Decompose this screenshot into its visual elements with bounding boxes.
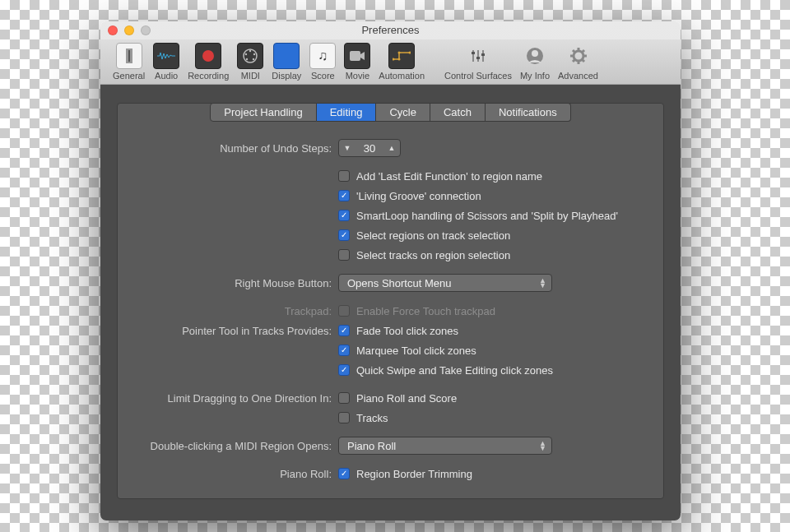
rmb-label: Right Mouse Button:: [139, 277, 338, 289]
limitdrag-label: Limit Dragging to One Direction In:: [139, 392, 338, 405]
automation-icon: [388, 43, 415, 69]
tab-project-handling[interactable]: Project Handling: [210, 103, 316, 122]
label-living-groove: 'Living Groove' connection: [356, 190, 481, 202]
tool-automation[interactable]: Automation: [374, 43, 429, 81]
select-arrows-icon: ▲▼: [539, 278, 546, 288]
label-marquee-tool: Marquee Tool click zones: [356, 345, 476, 357]
label-border-trimming: Region Border Trimming: [356, 468, 472, 480]
tool-movie[interactable]: Movie: [340, 43, 374, 81]
dblclick-select[interactable]: Piano Roll ▲▼: [338, 437, 552, 455]
svg-rect-9: [350, 51, 360, 61]
toolbar-group-main: General Audio Recording MIDI: [109, 43, 429, 81]
label-select-tracks: Select tracks on region selection: [356, 249, 510, 261]
svg-point-21: [532, 50, 538, 57]
svg-line-30: [582, 50, 584, 53]
midi-icon: [237, 43, 263, 69]
svg-point-11: [398, 58, 401, 61]
svg-line-29: [573, 59, 575, 62]
check-quick-swipe[interactable]: [338, 364, 350, 376]
check-living-groove[interactable]: [338, 190, 350, 201]
close-icon[interactable]: [108, 25, 118, 35]
trackpad-label: Trackpad:: [139, 305, 338, 317]
label-tracks: Tracks: [356, 412, 388, 424]
control-surfaces-icon: [465, 43, 491, 69]
score-icon: ♫: [309, 43, 336, 69]
tool-recording[interactable]: Recording: [184, 43, 233, 81]
rmb-select[interactable]: Opens Shortcut Menu ▲▼: [338, 274, 552, 292]
label-force-touch: Enable Force Touch trackpad: [356, 305, 495, 317]
check-smartloop[interactable]: [338, 210, 350, 221]
window-controls: [108, 25, 151, 35]
svg-rect-15: [477, 50, 479, 62]
svg-point-2: [202, 50, 214, 62]
advanced-icon: [565, 43, 592, 69]
audio-icon: [153, 43, 179, 69]
tool-advanced[interactable]: Advanced: [554, 43, 602, 81]
check-add-last-edit[interactable]: [338, 170, 350, 182]
toolbar: General Audio Recording MIDI: [100, 39, 681, 85]
check-select-regions[interactable]: [338, 229, 350, 241]
svg-point-6: [253, 53, 255, 55]
tool-score[interactable]: ♫ Score: [305, 43, 340, 81]
tab-catch[interactable]: Catch: [430, 103, 486, 122]
svg-point-5: [245, 53, 247, 55]
label-select-regions: Select regions on track selection: [356, 229, 510, 242]
svg-rect-18: [476, 57, 480, 59]
rmb-value: Opens Shortcut Menu: [347, 277, 451, 289]
svg-rect-17: [472, 52, 475, 54]
tab-editing[interactable]: Editing: [317, 103, 377, 122]
dblclick-value: Piano Roll: [347, 440, 396, 452]
content-area: Project Handling Editing Cycle Catch Not…: [100, 85, 681, 520]
label-add-last-edit: Add 'Last Edit Function' to region name: [356, 170, 542, 183]
window-title: Preferences: [361, 24, 419, 36]
editing-form: Number of Undo Steps: ▼ 30 ▲ Add 'Last E…: [118, 122, 663, 483]
pianoroll-label: Piano Roll:: [139, 468, 338, 480]
my-info-icon: [522, 43, 548, 69]
preferences-window: Preferences General Audio Recording: [100, 21, 681, 520]
movie-icon: [344, 43, 370, 69]
svg-rect-1: [128, 50, 130, 62]
svg-point-10: [393, 58, 395, 61]
svg-point-4: [249, 50, 251, 52]
check-border-trimming[interactable]: [338, 468, 350, 479]
tool-midi[interactable]: MIDI: [233, 43, 267, 81]
undo-steps-label: Number of Undo Steps:: [139, 142, 338, 155]
svg-line-27: [573, 50, 575, 53]
check-tracks[interactable]: [338, 412, 350, 423]
display-icon: [273, 43, 300, 69]
check-force-touch: [338, 305, 350, 317]
select-arrows-icon: ▲▼: [539, 441, 546, 451]
svg-line-28: [582, 59, 584, 62]
stepper-up-icon[interactable]: ▲: [383, 144, 400, 152]
titlebar: Preferences: [100, 21, 681, 39]
svg-point-8: [253, 58, 254, 60]
toolbar-group-right: Control Surfaces My Info Advanced: [440, 43, 602, 81]
recording-icon: [195, 43, 221, 69]
tab-cycle[interactable]: Cycle: [376, 103, 430, 122]
tool-my-info[interactable]: My Info: [516, 43, 554, 81]
tab-notifications[interactable]: Notifications: [486, 103, 571, 122]
svg-rect-19: [481, 53, 485, 56]
undo-steps-value: 30: [356, 142, 383, 155]
check-marquee-tool[interactable]: [338, 345, 350, 356]
svg-point-13: [409, 52, 411, 54]
tab-bar: Project Handling Editing Cycle Catch Not…: [118, 103, 663, 122]
svg-point-7: [246, 58, 248, 60]
preferences-panel: Project Handling Editing Cycle Catch Not…: [117, 103, 664, 499]
general-icon: [116, 43, 142, 69]
undo-steps-stepper[interactable]: ▼ 30 ▲: [338, 139, 401, 157]
stepper-down-icon[interactable]: ▼: [339, 144, 356, 152]
zoom-icon[interactable]: [141, 25, 151, 35]
tool-display[interactable]: Display: [267, 43, 305, 81]
label-fade-tool: Fade Tool click zones: [356, 325, 458, 337]
label-smartloop: SmartLoop handling of Scissors and 'Spli…: [356, 210, 618, 222]
tool-audio[interactable]: Audio: [149, 43, 184, 81]
tool-general[interactable]: General: [109, 43, 149, 81]
tool-control-surfaces[interactable]: Control Surfaces: [440, 43, 516, 81]
check-pianoroll-score[interactable]: [338, 392, 350, 404]
check-select-tracks[interactable]: [338, 249, 350, 261]
minimize-icon[interactable]: [124, 25, 134, 35]
check-fade-tool[interactable]: [338, 325, 350, 336]
pointer-label: Pointer Tool in Tracks Provides:: [139, 325, 338, 337]
label-pianoroll-score: Piano Roll and Score: [356, 392, 457, 405]
